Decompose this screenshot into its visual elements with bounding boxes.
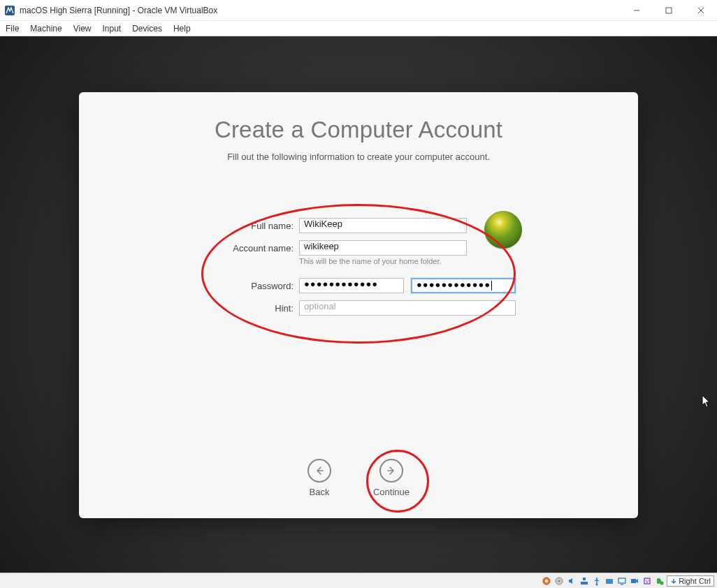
- user-avatar[interactable]: [484, 211, 522, 249]
- svg-rect-9: [581, 582, 588, 585]
- svg-rect-13: [618, 578, 625, 583]
- menu-file[interactable]: File: [6, 24, 19, 34]
- svg-rect-12: [606, 579, 613, 584]
- svg-text:V: V: [646, 579, 649, 584]
- svg-rect-2: [666, 8, 672, 13]
- window-controls: [621, 0, 717, 21]
- maximize-button[interactable]: [653, 0, 685, 21]
- arrow-left-icon: [307, 459, 331, 483]
- svg-rect-15: [631, 579, 636, 583]
- menu-view[interactable]: View: [73, 24, 92, 34]
- mouse-integration-icon[interactable]: [654, 575, 665, 587]
- window-title: macOS High Sierra [Running] - Oracle VM …: [20, 6, 217, 15]
- network-icon[interactable]: [579, 575, 590, 587]
- setup-assistant-window: Create a Computer Account Fill out the f…: [79, 92, 638, 518]
- window-titlebar: macOS High Sierra [Running] - Oracle VM …: [0, 0, 717, 21]
- svg-point-8: [558, 580, 560, 582]
- accountname-label: Account name:: [114, 243, 299, 253]
- menu-input[interactable]: Input: [103, 24, 122, 34]
- account-form: Full name: WikiKeep Account name: wikike…: [114, 218, 603, 316]
- menubar: File Machine View Input Devices Help: [0, 21, 717, 36]
- usb-icon[interactable]: [591, 575, 602, 587]
- fullname-label: Full name:: [114, 221, 299, 231]
- menu-help[interactable]: Help: [173, 24, 191, 34]
- close-button[interactable]: [685, 0, 717, 21]
- svg-rect-10: [583, 578, 586, 580]
- optical-drive-icon[interactable]: [553, 575, 565, 587]
- virtualization-icon[interactable]: V: [642, 575, 653, 587]
- page-title: Create a Computer Account: [114, 117, 603, 143]
- svg-point-6: [545, 580, 548, 582]
- password-label: Password:: [114, 281, 299, 291]
- page-subtitle: Fill out the following information to cr…: [114, 152, 603, 162]
- display-icon[interactable]: [616, 575, 628, 587]
- vm-display[interactable]: Create a Computer Account Fill out the f…: [0, 36, 717, 573]
- svg-point-18: [660, 581, 664, 585]
- virtualbox-icon: [4, 5, 15, 16]
- fullname-input[interactable]: WikiKeep: [299, 218, 467, 233]
- password-confirm-input[interactable]: ●●●●●●●●●●●●: [411, 278, 516, 293]
- svg-point-11: [596, 583, 598, 585]
- back-label: Back: [310, 487, 330, 497]
- menu-devices[interactable]: Devices: [132, 24, 162, 34]
- vm-statusbar: V Right Ctrl: [0, 573, 717, 588]
- accountname-input[interactable]: wikikeep: [299, 240, 467, 256]
- password-input[interactable]: ●●●●●●●●●●●●: [299, 278, 404, 293]
- hint-input[interactable]: optional: [299, 300, 516, 316]
- arrow-right-icon: [379, 459, 403, 483]
- recording-icon[interactable]: [629, 575, 640, 587]
- continue-label: Continue: [373, 487, 410, 497]
- continue-button[interactable]: Continue: [373, 459, 410, 497]
- minimize-button[interactable]: [621, 0, 653, 21]
- host-key-indicator[interactable]: Right Ctrl: [667, 575, 714, 587]
- accountname-helper: This will be the name of your home folde…: [299, 257, 442, 265]
- back-button[interactable]: Back: [307, 459, 331, 497]
- menu-machine[interactable]: Machine: [30, 24, 61, 34]
- shared-folders-icon[interactable]: [604, 575, 615, 587]
- nav-buttons: Back Continue: [79, 459, 638, 497]
- audio-icon[interactable]: [566, 575, 577, 587]
- hint-label: Hint:: [114, 303, 299, 314]
- hard-disk-icon[interactable]: [541, 575, 552, 587]
